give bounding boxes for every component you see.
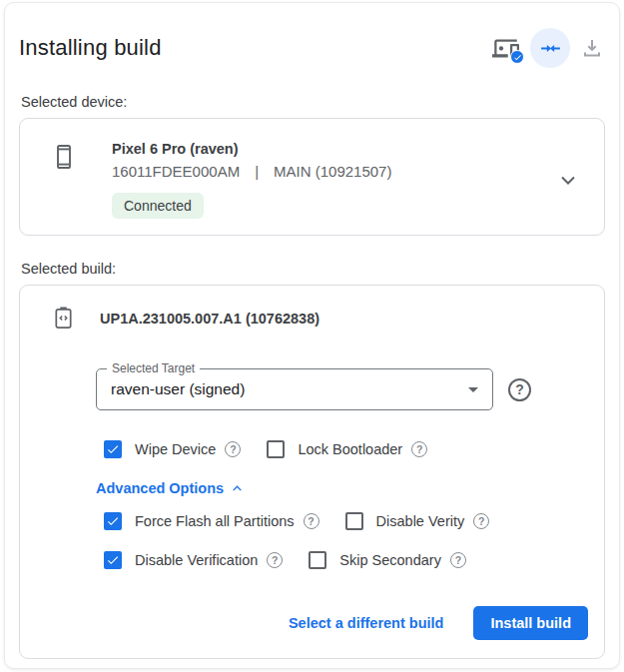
options-row-3: Disable Verification ? Skip Secondary ? xyxy=(96,551,588,569)
smartphone-icon xyxy=(52,144,76,170)
lock-bootloader-label: Lock Bootloader xyxy=(298,441,402,457)
selected-device-label: Selected device: xyxy=(21,94,603,110)
selected-build-label: Selected build: xyxy=(21,261,603,277)
header: Installing build xyxy=(19,27,605,69)
wipe-device-checkbox[interactable] xyxy=(104,440,122,458)
connect-device-button[interactable] xyxy=(530,28,570,68)
lock-bootloader-checkbox[interactable] xyxy=(267,440,285,458)
expand-device-chevron-icon[interactable] xyxy=(552,164,584,196)
disable-verity-help-icon[interactable]: ? xyxy=(473,513,489,529)
connect-arrows-icon xyxy=(539,37,562,60)
skip-secondary-help-icon[interactable]: ? xyxy=(450,552,466,568)
disable-verification-label: Disable Verification xyxy=(135,552,258,568)
device-serial-line: 16011FDEE000AM | MAIN (10921507) xyxy=(112,163,391,180)
advanced-options-toggle[interactable]: Advanced Options xyxy=(96,480,244,496)
skip-secondary-label: Skip Secondary xyxy=(339,552,441,568)
build-card: UP1A.231005.007.A1 (10762838) Selected T… xyxy=(19,285,605,659)
wipe-device-help-icon[interactable]: ? xyxy=(225,441,241,457)
force-flash-checkbox[interactable] xyxy=(104,512,122,530)
page-title: Installing build xyxy=(19,35,162,61)
install-build-button[interactable]: Install build xyxy=(473,606,588,640)
disable-verification-help-icon[interactable]: ? xyxy=(267,552,283,568)
device-name: Pixel 6 Pro (raven) xyxy=(112,141,391,157)
options-row-2: Force Flash all Partitions ? Disable Ver… xyxy=(96,512,588,530)
target-help-icon[interactable]: ? xyxy=(508,378,531,401)
check-badge-icon xyxy=(510,50,524,64)
devices-verified-icon[interactable] xyxy=(489,32,521,64)
lock-bootloader-help-icon[interactable]: ? xyxy=(411,441,427,457)
checkbox-item-lock-bootloader[interactable]: Lock Bootloader ? xyxy=(267,440,427,458)
checkbox-item-skip-secondary[interactable]: Skip Secondary ? xyxy=(309,551,466,569)
selected-target-value: raven-user (signed) xyxy=(111,380,245,398)
disable-verification-checkbox[interactable] xyxy=(104,551,122,569)
download-icon[interactable] xyxy=(579,35,605,61)
build-head: UP1A.231005.007.A1 (10762838) xyxy=(52,306,588,331)
build-name: UP1A.231005.007.A1 (10762838) xyxy=(100,311,319,327)
checkbox-item-force-flash[interactable]: Force Flash all Partitions ? xyxy=(104,512,319,530)
checkbox-item-disable-verity[interactable]: Disable Verity ? xyxy=(345,512,490,530)
wipe-device-label: Wipe Device xyxy=(135,441,216,457)
checkbox-item-wipe-device[interactable]: Wipe Device ? xyxy=(104,440,241,458)
select-different-build-button[interactable]: Select a different build xyxy=(289,615,444,631)
checkbox-item-disable-verification[interactable]: Disable Verification ? xyxy=(104,551,283,569)
options-row-1: Wipe Device ? Lock Bootloader ? xyxy=(96,440,588,458)
status-badge: Connected xyxy=(112,193,204,219)
device-branch: MAIN (10921507) xyxy=(274,163,391,180)
skip-secondary-checkbox[interactable] xyxy=(309,551,326,569)
selected-target-select[interactable]: Selected Target raven-user (signed) xyxy=(96,368,493,410)
advanced-options-label: Advanced Options xyxy=(96,480,224,496)
dropdown-arrow-icon xyxy=(468,387,478,392)
device-card: Pixel 6 Pro (raven) 16011FDEE000AM | MAI… xyxy=(19,118,605,236)
build-clipboard-icon xyxy=(52,306,75,331)
force-flash-label: Force Flash all Partitions xyxy=(135,513,295,529)
selected-target-floating-label: Selected Target xyxy=(107,361,200,375)
disable-verity-label: Disable Verity xyxy=(376,513,465,529)
force-flash-help-icon[interactable]: ? xyxy=(304,513,319,529)
disable-verity-checkbox[interactable] xyxy=(345,512,363,530)
device-info: Pixel 6 Pro (raven) 16011FDEE000AM | MAI… xyxy=(112,141,391,219)
header-icons xyxy=(489,28,605,68)
installing-build-panel: Installing build xyxy=(4,2,620,669)
build-body: Selected Target raven-user (signed) ? Wi… xyxy=(96,368,588,569)
build-actions: Select a different build Install build xyxy=(52,606,588,640)
device-serial: 16011FDEE000AM xyxy=(112,163,240,180)
target-select-row: Selected Target raven-user (signed) ? xyxy=(96,368,588,410)
separator: | xyxy=(255,163,259,180)
chevron-up-icon xyxy=(231,482,244,495)
